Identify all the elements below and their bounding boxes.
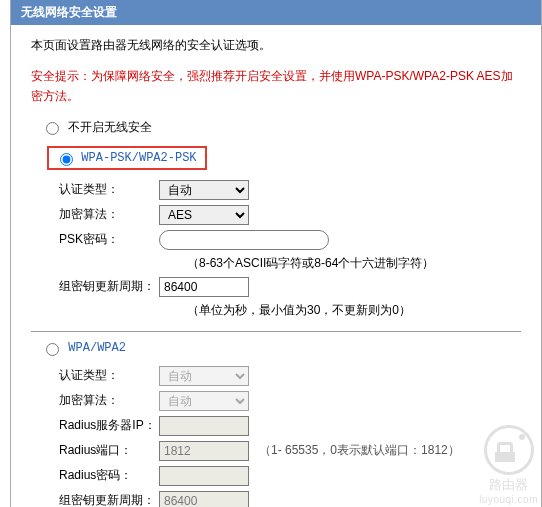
label-cipher: 加密算法： (59, 206, 159, 223)
label-radius-pwd: Radius密码： (59, 467, 159, 484)
label-psk-password: PSK密码： (59, 231, 159, 248)
row-radius-port: Radius端口： （1- 65535，0表示默认端口：1812） (59, 441, 521, 461)
row-group-rekey-2: 组密钥更新周期： (59, 491, 521, 507)
input-radius-pwd[interactable] (159, 466, 249, 486)
input-psk-password[interactable] (159, 230, 329, 250)
hint-psk-password: （8-63个ASCII码字符或8-64个十六进制字符） (187, 255, 521, 272)
wpa-psk-settings: 认证类型： 自动 加密算法： AES PSK密码： （8-63个ASCII码字符… (59, 180, 521, 319)
input-group-rekey[interactable] (159, 277, 249, 297)
page-title: 无线网络安全设置 (11, 0, 541, 25)
input-group-rekey-2[interactable] (159, 491, 249, 507)
separator (31, 331, 521, 332)
hint-radius-port: （1- 65535，0表示默认端口：1812） (259, 442, 460, 459)
label-radius-ip: Radius服务器IP： (59, 417, 159, 434)
row-cipher: 加密算法： AES (59, 205, 521, 225)
row-group-rekey: 组密钥更新周期： (59, 277, 521, 297)
label-cipher-2: 加密算法： (59, 392, 159, 409)
hint-group-rekey: （单位为秒，最小值为30，不更新则为0） (187, 302, 521, 319)
label-group-rekey: 组密钥更新周期： (59, 278, 159, 295)
label-radius-port: Radius端口： (59, 442, 159, 459)
radio-no-security[interactable] (46, 122, 59, 135)
option-no-security[interactable]: 不开启无线安全 (41, 119, 521, 136)
option-wpa-psk-highlight: WPA-PSK/WPA2-PSK (47, 146, 207, 170)
option-wpa[interactable]: WPA/WPA2 (41, 340, 521, 356)
row-radius-pwd: Radius密码： (59, 466, 521, 486)
row-auth-type: 认证类型： 自动 (59, 180, 521, 200)
label-wpa: WPA/WPA2 (68, 341, 126, 355)
row-radius-ip: Radius服务器IP： (59, 416, 521, 436)
radio-wpa-psk[interactable] (60, 153, 73, 166)
label-auth-type: 认证类型： (59, 181, 159, 198)
select-cipher-2[interactable]: 自动 (159, 391, 249, 411)
row-psk-password: PSK密码： (59, 230, 521, 250)
label-no-security: 不开启无线安全 (68, 120, 152, 134)
label-group-rekey-2: 组密钥更新周期： (59, 492, 159, 507)
radio-wpa[interactable] (46, 343, 59, 356)
wpa-enterprise-settings: 认证类型： 自动 加密算法： 自动 Radius服务器IP： Radius (59, 366, 521, 507)
select-cipher[interactable]: AES (159, 205, 249, 225)
select-auth-type[interactable]: 自动 (159, 180, 249, 200)
security-warning: 安全提示：为保障网络安全，强烈推荐开启安全设置，并使用WPA-PSK/WPA2-… (31, 66, 521, 107)
label-auth-type-2: 认证类型： (59, 367, 159, 384)
label-wpa-psk: WPA-PSK/WPA2-PSK (81, 151, 196, 165)
row-cipher-2: 加密算法： 自动 (59, 391, 521, 411)
row-auth-type-2: 认证类型： 自动 (59, 366, 521, 386)
select-auth-type-2[interactable]: 自动 (159, 366, 249, 386)
input-radius-ip[interactable] (159, 416, 249, 436)
page-desc: 本页面设置路由器无线网络的安全认证选项。 (31, 37, 521, 54)
input-radius-port[interactable] (159, 441, 249, 461)
